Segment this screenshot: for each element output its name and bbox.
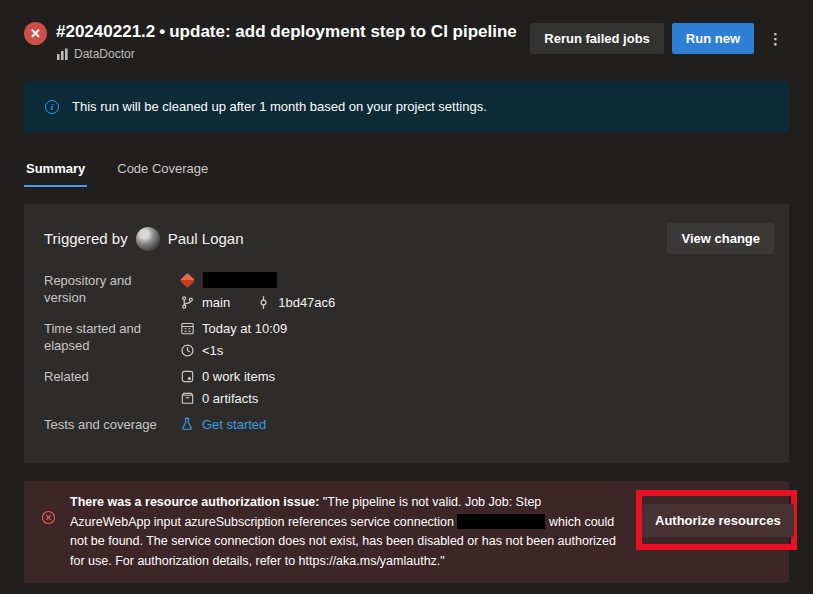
branch-name: main xyxy=(202,295,230,310)
clock-icon xyxy=(180,343,195,358)
artifacts-icon xyxy=(180,391,195,406)
pipeline-breadcrumb[interactable]: DataDoctor xyxy=(56,47,517,61)
error-message: There was a resource authorization issue… xyxy=(70,493,617,571)
run-failed-status-icon: ✕ xyxy=(24,22,47,45)
triggered-by-name: Paul Logan xyxy=(168,230,244,247)
error-message-intro: There was a resource authorization issue… xyxy=(70,495,319,509)
calendar-icon xyxy=(180,321,195,336)
more-options-button[interactable]: ⋮ xyxy=(762,26,789,52)
retention-info-text: This run will be cleaned up after 1 mont… xyxy=(72,99,487,114)
bar-chart-icon xyxy=(56,48,69,60)
commit-hash: 1bd47ac6 xyxy=(278,295,335,310)
authorize-resources-button[interactable]: Authorize resources xyxy=(642,504,794,537)
azure-repos-icon xyxy=(180,272,196,288)
avatar xyxy=(136,227,160,251)
summary-card: Triggered by Paul Logan View change Repo… xyxy=(24,204,789,463)
branch-icon xyxy=(180,295,195,310)
title-separator: • xyxy=(159,22,165,41)
run-number: #20240221.2 xyxy=(56,22,155,41)
tab-summary[interactable]: Summary xyxy=(24,157,87,187)
page-title: #20240221.2•update: add deployment step … xyxy=(56,20,517,44)
rerun-failed-jobs-button[interactable]: Rerun failed jobs xyxy=(530,23,663,54)
info-icon: i xyxy=(45,100,59,114)
run-title: update: add deployment step to CI pipeli… xyxy=(169,22,517,41)
triggered-by-label: Triggered by xyxy=(44,230,128,247)
commit-icon xyxy=(256,295,271,310)
repository-version-label: Repository and version xyxy=(44,269,168,306)
work-items-icon xyxy=(180,369,195,384)
run-header: ✕ #20240221.2•update: add deployment ste… xyxy=(0,0,813,61)
redacted-repo-name xyxy=(203,272,277,288)
related-label: Related xyxy=(44,365,168,385)
time-started-label: Time started and elapsed xyxy=(44,317,168,354)
time-started-value: Today at 10:09 xyxy=(202,321,287,336)
beaker-icon xyxy=(180,417,195,432)
tab-code-coverage[interactable]: Code Coverage xyxy=(115,157,210,187)
artifacts-value: 0 artifacts xyxy=(202,391,258,406)
tab-bar: Summary Code Coverage xyxy=(24,157,789,187)
view-change-button[interactable]: View change xyxy=(667,223,774,254)
redacted-service-connection xyxy=(457,514,545,529)
tests-coverage-label: Tests and coverage xyxy=(44,413,168,433)
red-highlight-annotation: Authorize resources xyxy=(636,490,797,550)
resource-authorization-error-banner: There was a resource authorization issue… xyxy=(24,481,789,583)
run-new-button[interactable]: Run new xyxy=(672,23,754,54)
get-started-link[interactable]: Get started xyxy=(202,417,266,432)
retention-info-banner: i This run will be cleaned up after 1 mo… xyxy=(24,81,789,132)
work-items-value: 0 work items xyxy=(202,369,275,384)
pipeline-name: DataDoctor xyxy=(74,47,135,61)
elapsed-value: <1s xyxy=(202,343,223,358)
error-icon xyxy=(41,510,56,525)
